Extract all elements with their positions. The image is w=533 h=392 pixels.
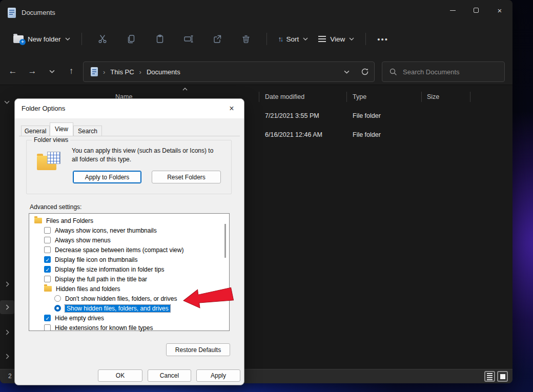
recent-locations-button[interactable] [42,61,61,81]
close-button[interactable]: × [488,0,511,20]
checkbox[interactable] [44,266,51,273]
documents-icon [8,8,16,18]
list-item-checkbox[interactable]: Display file icon on thumbnails [29,255,229,264]
up-button[interactable]: ↑ [61,61,81,81]
new-folder-icon: + [13,35,24,43]
share-button[interactable] [207,30,228,48]
checkbox[interactable] [44,324,51,331]
back-button[interactable]: ← [3,61,23,81]
rename-button[interactable] [178,30,199,48]
list-item-checkbox[interactable]: Decrease space between items (compact vi… [29,245,229,255]
view-button[interactable]: View [313,30,359,48]
close-icon: × [498,7,502,14]
toolbar-separator [81,33,82,45]
column-divider[interactable] [421,92,422,102]
paste-button[interactable] [149,30,171,48]
location-icon [91,67,98,76]
file-row-type[interactable]: File folder [353,131,381,138]
details-view-toggle[interactable] [484,371,495,382]
apply-to-folders-button[interactable]: Apply to Folders [73,171,141,183]
column-divider[interactable] [470,92,470,102]
minimize-button[interactable] [441,0,464,20]
cancel-button[interactable]: Cancel [148,369,191,382]
list-item-label: Show hidden files, folders, and drives [65,305,170,312]
list-item-checkbox[interactable]: Display the full path in the title bar [29,274,229,284]
list-item-checkbox[interactable]: Hide empty drives [29,313,229,323]
more-options-button[interactable]: ••• [372,30,394,48]
chevron-down-icon [49,70,55,73]
toolbar-separator [365,33,366,45]
list-item-checkbox[interactable]: Always show menus [29,235,229,245]
restore-defaults-button[interactable]: Restore Defaults [166,343,230,356]
file-row-date[interactable]: 7/21/2021 3:55 PM [265,112,319,119]
checkbox[interactable] [44,227,51,234]
icons-view-icon [500,374,505,379]
checkbox[interactable] [44,315,51,321]
refresh-icon[interactable] [361,68,369,76]
address-dropdown-icon[interactable] [344,70,350,74]
folder-views-label: Folder views [32,136,70,143]
more-icon: ••• [377,35,388,44]
tab-search[interactable]: Search [73,126,102,136]
window-controls: × [441,0,511,20]
advanced-settings-list[interactable]: Files and Folders Always show icons, nev… [29,213,230,331]
nav-expand-icon[interactable] [6,354,9,359]
list-item-label: Hide empty drives [55,315,104,322]
sort-button[interactable]: ↑↓ Sort [273,30,314,48]
folder-views-group: Folder views You can apply this view (su… [26,140,232,194]
checkbox[interactable] [44,246,51,253]
nav-expand-icon[interactable] [6,281,9,287]
advanced-settings-label: Advanced settings: [30,203,81,211]
list-item-checkbox[interactable]: Display file size information in folder … [29,264,229,274]
checkbox[interactable] [44,256,51,263]
list-item-checkbox[interactable]: Hide extensions for known file types [29,323,229,333]
folder-options-dialog: Folder Options × General View Search Fol… [14,98,244,385]
nav-collapse-icon[interactable] [4,100,10,104]
tab-general[interactable]: General [21,126,50,136]
search-placeholder: Search Documents [403,68,460,76]
list-item-label: Hide extensions for known file types [55,324,153,332]
column-divider[interactable] [346,92,347,102]
column-header-type[interactable]: Type [353,93,366,100]
radio-button[interactable] [54,295,61,302]
list-scrollbar[interactable] [224,224,226,258]
new-folder-button[interactable]: + New folder [8,30,75,48]
file-row-date[interactable]: 6/16/2021 12:46 AM [265,131,322,138]
column-header-size[interactable]: Size [427,93,439,100]
list-item-checkbox[interactable]: Always show icons, never thumbnails [29,225,229,235]
nav-expand-icon[interactable] [6,304,9,310]
delete-button[interactable] [235,30,257,48]
search-input[interactable]: Search Documents [382,61,505,82]
reset-folders-button[interactable]: Reset Folders [152,171,221,183]
ok-button[interactable]: OK [98,369,142,382]
toolbar: + New folder [0,25,512,53]
list-item-label: Display the full path in the title bar [55,276,147,283]
column-header-date-modified[interactable]: Date modified [265,93,304,100]
cut-button[interactable] [92,30,113,48]
icons-view-toggle[interactable] [497,371,508,382]
address-bar[interactable]: › This PC › Documents [83,61,375,82]
list-item-label: Display file size information in folder … [55,266,164,273]
folder-icon [34,218,42,223]
checkbox[interactable] [44,237,51,243]
copy-button[interactable] [120,30,142,48]
dialog-close-button[interactable]: × [223,102,240,115]
view-label: View [330,35,345,43]
sort-label: Sort [286,35,299,43]
nav-expand-icon[interactable] [6,329,9,335]
sort-icon: ↑↓ [278,35,282,43]
column-divider[interactable] [259,92,259,102]
apply-button[interactable]: Apply [196,369,240,382]
checkbox[interactable] [44,276,51,282]
forward-button[interactable]: → [23,61,42,81]
paste-icon [155,34,165,44]
dialog-title: Folder Options [22,105,65,112]
file-row-type[interactable]: File folder [353,112,381,119]
radio-button[interactable] [54,305,61,312]
breadcrumb-separator: › [139,68,141,76]
list-item-group[interactable]: Files and Folders [29,216,229,225]
breadcrumb-this-pc[interactable]: This PC [110,68,134,76]
breadcrumb-documents[interactable]: Documents [147,68,180,76]
tab-view[interactable]: View [50,122,73,136]
maximize-button[interactable] [464,0,488,20]
